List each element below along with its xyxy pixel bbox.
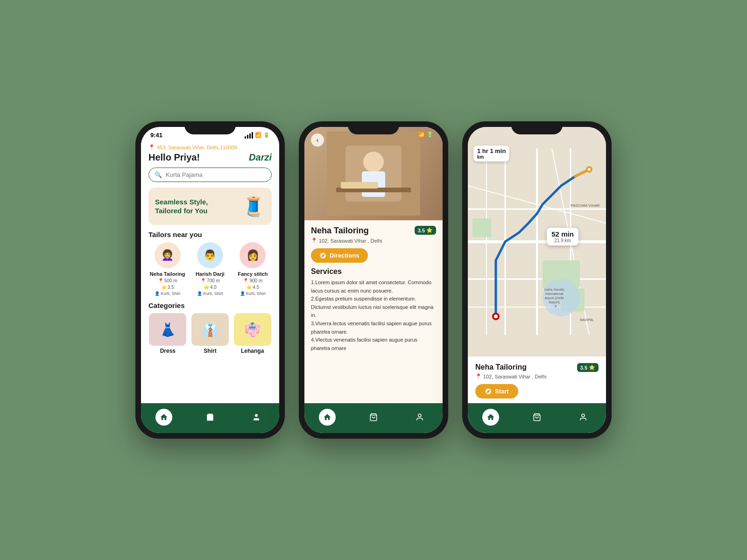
phone-1: 9:41 📶 🔋 📍 453, Saraswati Vihar, D <box>135 121 285 439</box>
screen-1: 9:41 📶 🔋 📍 453, Saraswati Vihar, D <box>141 127 279 433</box>
svg-rect-6 <box>341 182 378 189</box>
tailor-name-2: Fancy stitch <box>238 271 268 277</box>
directions-button[interactable]: 🧭 Directions <box>311 248 368 263</box>
wifi-icon: 📶 <box>255 132 261 138</box>
person-icon-0: 👤 <box>155 291 160 296</box>
services-title: Services <box>311 267 436 276</box>
nav-cart-1[interactable] <box>202 409 218 426</box>
svg-point-28 <box>494 315 498 318</box>
tailor-rating-1: ⭐ 4.0 <box>204 285 217 290</box>
route-time-large: 1 hr 1 min <box>477 147 506 154</box>
pin-icon-2: 📍 <box>243 278 248 283</box>
map-pin-icon: 📍 <box>475 373 482 379</box>
categories-section-title: Categories <box>148 301 272 309</box>
map-area: Indira Gandhi International Airport (Del… <box>468 127 606 357</box>
svg-text:PASCHIM VIHAR: PASCHIM VIHAR <box>571 203 600 208</box>
nav-profile-2[interactable] <box>411 409 428 426</box>
shop-name-2: Neha Tailoring <box>311 226 369 236</box>
nav-home-2[interactable] <box>319 409 336 426</box>
map-shop-row: Neha Tailoring 3.5 ⭐ <box>475 363 599 372</box>
notch-3 <box>511 121 563 134</box>
map-address: 📍 102, Saraswati Vihar , Delhi <box>475 373 599 379</box>
status-bar-2: 📶 🔋 <box>304 127 443 140</box>
screen1-content: 📍 453, Saraswati Vihar, Delhi,110009 Hel… <box>141 140 279 403</box>
pin-icon-0: 📍 <box>158 278 163 283</box>
phone-3: Indira Gandhi International Airport (Del… <box>462 121 612 439</box>
map-shop-name: Neha Tailoring <box>475 363 527 371</box>
person-icon-2: 👤 <box>240 291 245 296</box>
location-text: 453, Saraswati Vihar, Delhi,110009 <box>157 145 237 150</box>
location-pin-icon: 📍 <box>148 144 155 150</box>
notch-1 <box>184 121 236 134</box>
shop-hero-image <box>327 132 420 216</box>
tailor-card-1[interactable]: 👨 Harish Darji 📍 700 m ⭐ 4.0 👤 Kurti <box>191 242 229 296</box>
tailor-card-2[interactable]: 👩 Fancy stitch 📍 900 m ⭐ 4.5 👤 Kurti <box>234 242 272 296</box>
route-km: 21.9 km <box>551 238 574 243</box>
tailor-distance-2: 📍 900 m <box>243 278 262 283</box>
search-input[interactable] <box>166 171 266 178</box>
nav-profile-3[interactable] <box>575 409 592 426</box>
nav-cart-3[interactable] <box>529 409 545 426</box>
svg-point-30 <box>588 168 591 171</box>
location-bar: 📍 453, Saraswati Vihar, Delhi,110009 <box>148 144 272 150</box>
hello-row: Hello Priya! Darzi <box>148 152 272 163</box>
status-icons-1: 📶 🔋 <box>245 132 270 139</box>
darzi-logo: Darzi <box>249 152 272 163</box>
tailor-avatar-0: 👩‍🦱 <box>155 242 181 268</box>
route-min: 52 min <box>551 230 574 238</box>
cat-name-1: Shirt <box>204 348 216 354</box>
tailor-card-0[interactable]: 👩‍🦱 Neha Tailoring 📍 500 m ⭐ 3.5 👤 <box>148 242 186 296</box>
banner-text: Seamless Style, Tailored for You <box>155 197 216 216</box>
route-info-box: 52 min 21.9 km <box>547 228 578 245</box>
screen2-content: ‹ <box>304 127 443 403</box>
tailor-avatar-1: 👨 <box>197 242 223 268</box>
signal-icon <box>245 132 253 139</box>
screen-3: Indira Gandhi International Airport (Del… <box>468 127 606 433</box>
cat-card-2[interactable]: 👘 Lehanga <box>233 313 272 354</box>
categories-row: 👗 Dress 👔 Shirt 👘 Lehanga <box>148 313 272 354</box>
battery-icon-2: 🔋 <box>427 132 433 138</box>
shop-hero: ‹ <box>304 127 443 220</box>
cat-img-1: 👔 <box>191 313 229 346</box>
search-bar[interactable]: 🔍 <box>148 168 272 182</box>
svg-text:✈: ✈ <box>554 304 557 308</box>
shop-info-2: Neha Tailoring 3.5 ⭐ 📍 102, Saraswati Vi… <box>304 220 443 403</box>
shop-address-2: 📍 102, Saraswati Vihar , Delhi <box>311 238 436 244</box>
star-icon-0: ⭐ <box>161 285 167 290</box>
nav-home-3[interactable] <box>482 409 499 426</box>
status-icons-2: 📶 🔋 <box>418 132 433 138</box>
screen-2: 📶 🔋 ‹ <box>304 127 443 433</box>
bottom-nav-2 <box>304 403 443 433</box>
svg-text:Indira Gandhi: Indira Gandhi <box>544 288 564 291</box>
services-text: 1.Lorem ipsum dolor sit amet consectetur… <box>311 279 436 352</box>
bottom-nav-3 <box>468 403 606 433</box>
svg-rect-20 <box>472 218 491 237</box>
cat-card-1[interactable]: 👔 Shirt <box>191 313 230 354</box>
tailor-distance-1: 📍 700 m <box>200 278 220 283</box>
greeting-text: Hello Priya! <box>148 152 200 163</box>
shop-name-row: Neha Tailoring 3.5 ⭐ <box>311 226 436 236</box>
battery-icon: 🔋 <box>263 132 270 138</box>
search-icon: 🔍 <box>155 171 162 178</box>
nav-profile-1[interactable] <box>248 409 265 426</box>
tailor-avatar-2: 👩 <box>240 242 266 268</box>
cat-card-0[interactable]: 👗 Dress <box>148 313 187 354</box>
nav-home-1[interactable] <box>155 409 172 426</box>
star-icon-badge-2: ⭐ <box>426 227 433 233</box>
tailor-rating-0: ⭐ 3.5 <box>161 285 174 290</box>
svg-text:Airport (Delhi: Airport (Delhi <box>545 296 564 300</box>
nav-cart-2[interactable] <box>365 409 382 426</box>
start-button[interactable]: 🧭 Start <box>475 384 518 399</box>
cat-img-2: 👘 <box>234 313 271 346</box>
tailors-row: 👩‍🦱 Neha Tailoring 📍 500 m ⭐ 3.5 👤 <box>148 242 272 296</box>
map-info-card: Neha Tailoring 3.5 ⭐ 📍 102, Saraswati Vi… <box>468 357 606 403</box>
svg-point-3 <box>363 152 384 172</box>
screen3-content: Indira Gandhi International Airport (Del… <box>468 127 606 433</box>
tailor-services-0: 👤 Kurti, Shirt <box>155 291 180 296</box>
svg-text:MAHIPAL: MAHIPAL <box>580 318 594 322</box>
rating-value-3: 3.5 <box>580 365 587 371</box>
wifi-icon-2: 📶 <box>418 132 425 138</box>
pin-icon-1: 📍 <box>200 278 206 283</box>
star-icon-badge-3: ⭐ <box>589 364 595 371</box>
rating-badge-2: 3.5 ⭐ <box>415 226 436 235</box>
